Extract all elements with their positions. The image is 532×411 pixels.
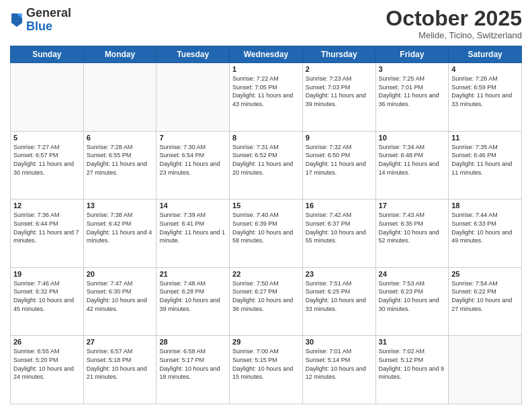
day-number: 1 <box>232 65 300 73</box>
day-info: Sunrise: 7:01 AM Sunset: 5:14 PM Dayligh… <box>306 347 373 381</box>
day-info: Sunrise: 7:48 AM Sunset: 6:28 PM Dayligh… <box>159 279 226 313</box>
day-info: Sunrise: 7:28 AM Sunset: 6:55 PM Dayligh… <box>87 143 154 177</box>
day-number: 13 <box>87 201 154 210</box>
day-info: Sunrise: 7:54 AM Sunset: 6:22 PM Dayligh… <box>451 279 519 313</box>
day-info: Sunrise: 7:27 AM Sunset: 6:57 PM Dayligh… <box>13 143 81 177</box>
logo-icon <box>10 12 24 28</box>
calendar-week-1: 1Sunrise: 7:22 AM Sunset: 7:05 PM Daylig… <box>11 63 522 132</box>
calendar-cell: 16Sunrise: 7:42 AM Sunset: 6:37 PM Dayli… <box>302 199 375 268</box>
day-info: Sunrise: 7:46 AM Sunset: 6:32 PM Dayligh… <box>13 279 81 313</box>
calendar-cell: 18Sunrise: 7:44 AM Sunset: 6:33 PM Dayli… <box>449 199 522 268</box>
col-monday: Monday <box>83 46 157 63</box>
day-number: 15 <box>232 201 300 210</box>
day-info: Sunrise: 7:34 AM Sunset: 6:48 PM Dayligh… <box>379 143 446 177</box>
col-friday: Friday <box>375 46 449 63</box>
day-info: Sunrise: 7:00 AM Sunset: 5:15 PM Dayligh… <box>232 347 300 381</box>
logo-blue: Blue <box>26 20 71 34</box>
col-saturday: Saturday <box>449 46 522 63</box>
calendar-week-5: 26Sunrise: 6:55 AM Sunset: 5:20 PM Dayli… <box>11 336 522 404</box>
calendar-cell: 28Sunrise: 6:58 AM Sunset: 5:17 PM Dayli… <box>157 336 230 404</box>
day-info: Sunrise: 6:55 AM Sunset: 5:20 PM Dayligh… <box>13 347 81 381</box>
day-number: 8 <box>232 134 300 142</box>
calendar-cell: 12Sunrise: 7:36 AM Sunset: 6:44 PM Dayli… <box>11 199 84 268</box>
day-info: Sunrise: 7:40 AM Sunset: 6:39 PM Dayligh… <box>232 211 300 244</box>
day-info: Sunrise: 7:43 AM Sunset: 6:35 PM Dayligh… <box>379 211 446 244</box>
day-number: 14 <box>159 201 226 210</box>
calendar-cell: 5Sunrise: 7:27 AM Sunset: 6:57 PM Daylig… <box>11 131 84 199</box>
day-info: Sunrise: 7:32 AM Sunset: 6:50 PM Dayligh… <box>306 143 373 177</box>
calendar-cell: 2Sunrise: 7:23 AM Sunset: 7:03 PM Daylig… <box>302 63 375 132</box>
location: Melide, Ticino, Switzerland <box>386 30 522 40</box>
day-number: 31 <box>379 338 446 346</box>
calendar-cell: 10Sunrise: 7:34 AM Sunset: 6:48 PM Dayli… <box>375 131 449 199</box>
day-number: 10 <box>379 134 446 142</box>
calendar-cell: 23Sunrise: 7:51 AM Sunset: 6:25 PM Dayli… <box>302 267 375 336</box>
calendar-cell: 29Sunrise: 7:00 AM Sunset: 5:15 PM Dayli… <box>230 336 303 404</box>
day-info: Sunrise: 7:51 AM Sunset: 6:25 PM Dayligh… <box>306 279 373 313</box>
calendar-cell: 1Sunrise: 7:22 AM Sunset: 7:05 PM Daylig… <box>230 63 303 132</box>
day-info: Sunrise: 7:53 AM Sunset: 6:23 PM Dayligh… <box>379 279 446 313</box>
day-number: 29 <box>232 338 300 346</box>
day-number: 4 <box>451 65 519 73</box>
day-info: Sunrise: 7:44 AM Sunset: 6:33 PM Dayligh… <box>451 211 519 244</box>
calendar-cell: 30Sunrise: 7:01 AM Sunset: 5:14 PM Dayli… <box>302 336 375 404</box>
day-number: 17 <box>379 201 446 210</box>
day-number: 2 <box>306 65 373 73</box>
col-wednesday: Wednesday <box>230 46 303 63</box>
calendar-cell: 19Sunrise: 7:46 AM Sunset: 6:32 PM Dayli… <box>11 267 84 336</box>
calendar-cell: 6Sunrise: 7:28 AM Sunset: 6:55 PM Daylig… <box>83 131 157 199</box>
day-number: 6 <box>87 134 154 142</box>
logo-general: General <box>26 7 71 20</box>
col-thursday: Thursday <box>302 46 375 63</box>
day-info: Sunrise: 7:25 AM Sunset: 7:01 PM Dayligh… <box>379 75 446 108</box>
col-tuesday: Tuesday <box>157 46 230 63</box>
page: General Blue October 2025 Melide, Ticino… <box>0 0 532 411</box>
calendar-cell: 22Sunrise: 7:50 AM Sunset: 6:27 PM Dayli… <box>230 267 303 336</box>
day-info: Sunrise: 7:47 AM Sunset: 6:30 PM Dayligh… <box>87 279 154 313</box>
calendar-cell: 14Sunrise: 7:39 AM Sunset: 6:41 PM Dayli… <box>157 199 230 268</box>
calendar-cell: 3Sunrise: 7:25 AM Sunset: 7:01 PM Daylig… <box>375 63 449 132</box>
calendar-cell <box>449 336 522 404</box>
day-number: 24 <box>379 270 446 278</box>
day-info: Sunrise: 7:39 AM Sunset: 6:41 PM Dayligh… <box>159 211 226 244</box>
day-number: 5 <box>13 134 81 142</box>
day-number: 9 <box>306 134 373 142</box>
logo: General Blue <box>10 7 71 34</box>
month-title: October 2025 <box>386 7 522 30</box>
day-info: Sunrise: 7:42 AM Sunset: 6:37 PM Dayligh… <box>306 211 373 244</box>
calendar-cell: 26Sunrise: 6:55 AM Sunset: 5:20 PM Dayli… <box>11 336 84 404</box>
header: General Blue October 2025 Melide, Ticino… <box>10 7 522 40</box>
day-info: Sunrise: 6:57 AM Sunset: 5:18 PM Dayligh… <box>87 347 154 381</box>
calendar-cell: 9Sunrise: 7:32 AM Sunset: 6:50 PM Daylig… <box>302 131 375 199</box>
day-number: 27 <box>87 338 154 346</box>
calendar-cell: 27Sunrise: 6:57 AM Sunset: 5:18 PM Dayli… <box>83 336 157 404</box>
day-number: 20 <box>87 270 154 278</box>
calendar-cell: 21Sunrise: 7:48 AM Sunset: 6:28 PM Dayli… <box>157 267 230 336</box>
day-info: Sunrise: 7:35 AM Sunset: 6:46 PM Dayligh… <box>451 143 519 177</box>
day-number: 3 <box>379 65 446 73</box>
calendar-cell: 17Sunrise: 7:43 AM Sunset: 6:35 PM Dayli… <box>375 199 449 268</box>
day-number: 28 <box>159 338 226 346</box>
calendar: Sunday Monday Tuesday Wednesday Thursday… <box>10 46 522 404</box>
day-info: Sunrise: 7:50 AM Sunset: 6:27 PM Dayligh… <box>232 279 300 313</box>
day-number: 23 <box>306 270 373 278</box>
day-info: Sunrise: 7:31 AM Sunset: 6:52 PM Dayligh… <box>232 143 300 177</box>
day-number: 22 <box>232 270 300 278</box>
day-info: Sunrise: 7:36 AM Sunset: 6:44 PM Dayligh… <box>13 211 81 244</box>
day-info: Sunrise: 7:30 AM Sunset: 6:54 PM Dayligh… <box>159 143 226 177</box>
day-info: Sunrise: 7:26 AM Sunset: 6:59 PM Dayligh… <box>451 75 519 108</box>
calendar-cell: 25Sunrise: 7:54 AM Sunset: 6:22 PM Dayli… <box>449 267 522 336</box>
calendar-cell: 8Sunrise: 7:31 AM Sunset: 6:52 PM Daylig… <box>230 131 303 199</box>
calendar-cell: 4Sunrise: 7:26 AM Sunset: 6:59 PM Daylig… <box>449 63 522 132</box>
day-number: 26 <box>13 338 81 346</box>
title-area: October 2025 Melide, Ticino, Switzerland <box>386 7 522 40</box>
calendar-cell: 15Sunrise: 7:40 AM Sunset: 6:39 PM Dayli… <box>230 199 303 268</box>
calendar-cell: 13Sunrise: 7:38 AM Sunset: 6:42 PM Dayli… <box>83 199 157 268</box>
day-number: 30 <box>306 338 373 346</box>
calendar-cell: 20Sunrise: 7:47 AM Sunset: 6:30 PM Dayli… <box>83 267 157 336</box>
calendar-cell <box>83 63 157 132</box>
calendar-cell <box>157 63 230 132</box>
day-number: 16 <box>306 201 373 210</box>
col-sunday: Sunday <box>11 46 84 63</box>
calendar-week-4: 19Sunrise: 7:46 AM Sunset: 6:32 PM Dayli… <box>11 267 522 336</box>
